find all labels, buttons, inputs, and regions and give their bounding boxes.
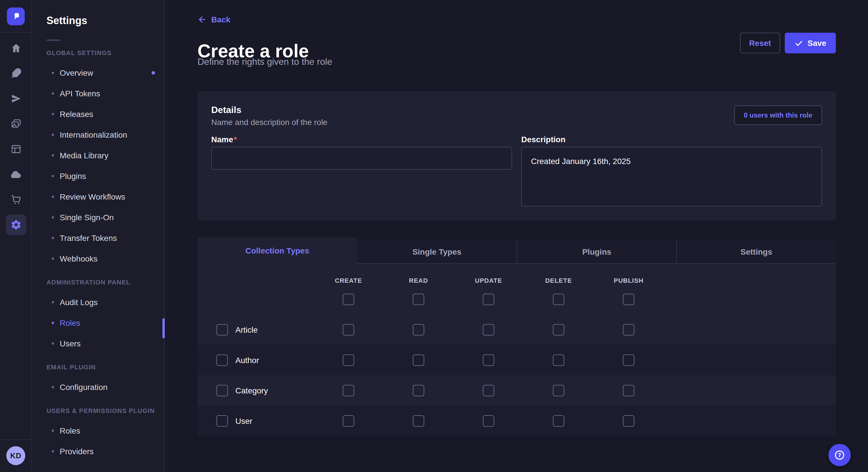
description-label: Description	[521, 135, 822, 144]
bullet-icon	[52, 386, 54, 388]
table-row-user: User	[197, 405, 836, 436]
tab-settings[interactable]: Settings	[676, 240, 836, 264]
row-select-checkbox[interactable]	[216, 324, 228, 335]
tab-single-types[interactable]: Single Types	[357, 240, 517, 264]
home-icon[interactable]	[5, 38, 26, 59]
select-all-read-checkbox[interactable]	[413, 294, 424, 305]
details-title: Details	[211, 105, 822, 115]
sidebar-item-plugins[interactable]: Plugins	[32, 166, 164, 187]
media-library-icon[interactable]	[5, 113, 26, 134]
sidebar-item-releases[interactable]: Releases	[32, 104, 164, 125]
category-update-checkbox[interactable]	[483, 384, 494, 396]
bullet-icon	[52, 196, 54, 198]
required-asterisk: *	[234, 135, 237, 144]
sidebar-item-configuration[interactable]: Configuration	[32, 377, 164, 398]
tab-plugins[interactable]: Plugins	[517, 240, 676, 264]
article-publish-checkbox[interactable]	[623, 324, 634, 335]
help-button[interactable]: ?	[828, 444, 851, 466]
cart-icon[interactable]	[5, 189, 26, 210]
sidebar-item-overview[interactable]: Overview	[32, 63, 164, 83]
select-all-publish-checkbox[interactable]	[623, 294, 634, 305]
category-delete-checkbox[interactable]	[553, 384, 564, 396]
sidebar-item-label: Webhooks	[60, 254, 98, 263]
sidebar-item-providers[interactable]: Providers	[32, 441, 164, 462]
cloud-icon[interactable]	[5, 164, 26, 185]
sidebar-item-review-workflows[interactable]: Review Workflows	[32, 187, 164, 207]
row-select-checkbox[interactable]	[216, 384, 228, 396]
name-input[interactable]	[211, 147, 512, 170]
sidebar-item-label: Transfer Tokens	[60, 233, 117, 243]
page-subtitle: Define the rights given to the role	[197, 57, 332, 67]
category-publish-checkbox[interactable]	[623, 384, 634, 396]
settings-gear-icon[interactable]	[5, 214, 26, 235]
row-label: Author	[236, 355, 259, 365]
user-update-checkbox[interactable]	[483, 415, 494, 427]
sidebar-item-api-tokens[interactable]: API Tokens	[32, 83, 164, 104]
select-all-delete-checkbox[interactable]	[553, 294, 564, 305]
reset-button[interactable]: Reset	[740, 33, 780, 53]
author-create-checkbox[interactable]	[343, 354, 354, 366]
column-header-publish: PUBLISH	[594, 277, 663, 284]
sidebar-item-webhooks[interactable]: Webhooks	[32, 248, 164, 269]
users-with-role-button[interactable]: 0 users with this role	[734, 105, 822, 125]
sidebar-item-label: Plugins	[60, 171, 86, 181]
select-all-create-checkbox[interactable]	[343, 294, 354, 305]
save-button[interactable]: Save	[785, 33, 836, 53]
tab-collection-types[interactable]: Collection Types	[197, 237, 357, 264]
paper-plane-icon[interactable]	[5, 88, 26, 109]
sidebar-title: Settings	[32, 0, 164, 27]
column-header-delete: DELETE	[524, 277, 594, 284]
author-update-checkbox[interactable]	[483, 354, 494, 366]
user-avatar[interactable]: KD	[6, 446, 25, 465]
sidebar-item-users[interactable]: Users	[32, 333, 164, 354]
strapi-logo-icon	[11, 11, 21, 21]
sidebar-item-label: Roles	[60, 426, 81, 435]
sidebar-item-media-library[interactable]: Media Library	[32, 145, 164, 166]
user-delete-checkbox[interactable]	[553, 415, 564, 427]
bullet-icon	[52, 301, 54, 303]
bullet-icon	[52, 342, 54, 345]
active-item-indicator	[162, 318, 165, 338]
details-card: Details Name and description of the role…	[197, 91, 836, 220]
rail-divider-bottom	[0, 439, 32, 440]
sidebar-item-label: Audit Logs	[60, 298, 98, 307]
sidebar-item-roles-up[interactable]: Roles	[32, 420, 164, 441]
author-delete-checkbox[interactable]	[553, 354, 564, 366]
section-global-settings: GLOBAL SETTINGS	[32, 49, 164, 57]
sidebar-item-internationalization[interactable]: Internationalization	[32, 125, 164, 145]
sidebar-item-audit-logs[interactable]: Audit Logs	[32, 292, 164, 312]
author-read-checkbox[interactable]	[413, 354, 424, 366]
sidebar-item-label: Roles	[60, 318, 81, 328]
sidebar-item-single-sign-on[interactable]: Single Sign-On	[32, 207, 164, 228]
row-select-checkbox[interactable]	[216, 354, 228, 366]
category-create-checkbox[interactable]	[343, 384, 354, 396]
user-create-checkbox[interactable]	[343, 415, 354, 427]
bullet-icon	[52, 175, 54, 177]
bullet-icon	[52, 216, 54, 218]
strapi-logo[interactable]	[7, 7, 25, 25]
article-update-checkbox[interactable]	[483, 324, 494, 335]
article-delete-checkbox[interactable]	[553, 324, 564, 335]
category-read-checkbox[interactable]	[413, 384, 424, 396]
layout-icon[interactable]	[5, 139, 26, 160]
back-link[interactable]: Back	[197, 15, 230, 24]
strapi-admin: KD Settings GLOBAL SETTINGS Overview API…	[0, 0, 868, 472]
select-all-update-checkbox[interactable]	[483, 294, 494, 305]
description-textarea[interactable]: Created January 16th, 2025	[521, 147, 822, 206]
row-select-checkbox[interactable]	[216, 415, 228, 427]
sidebar-item-transfer-tokens[interactable]: Transfer Tokens	[32, 228, 164, 248]
author-publish-checkbox[interactable]	[623, 354, 634, 366]
permissions-panel: CREATE READ UPDATE DELETE PUBLISH	[197, 264, 836, 436]
user-read-checkbox[interactable]	[413, 415, 424, 427]
global-settings-list: Overview API Tokens Releases Internation…	[32, 63, 164, 269]
sidebar-item-roles-admin[interactable]: Roles	[32, 312, 164, 333]
content-builder-feather-icon[interactable]	[5, 63, 26, 84]
article-read-checkbox[interactable]	[413, 324, 424, 335]
permissions-tabs: Collection Types Single Types Plugins Se…	[197, 237, 836, 264]
users-permissions-list: Roles Providers	[32, 420, 164, 462]
user-publish-checkbox[interactable]	[623, 415, 634, 427]
table-row-author: Author	[197, 345, 836, 375]
table-row-category: Category	[197, 375, 836, 405]
administration-panel-list: Audit Logs Roles Users	[32, 292, 164, 354]
article-create-checkbox[interactable]	[343, 324, 354, 335]
